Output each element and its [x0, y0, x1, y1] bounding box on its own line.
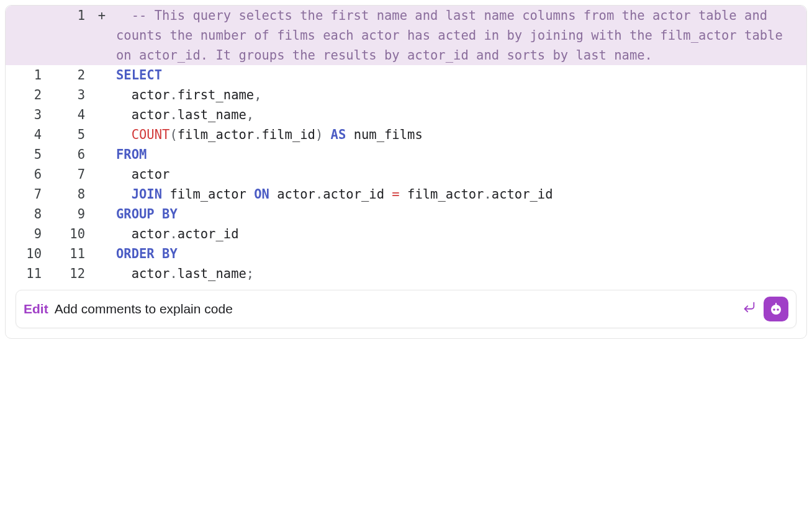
code-line[interactable]: 1112 actor.last_name; [6, 264, 806, 284]
code-content: ORDER BY [116, 244, 806, 264]
edit-input[interactable] [55, 302, 742, 316]
code-content: actor.last_name; [116, 264, 806, 284]
line-number-old: 10 [6, 244, 49, 264]
diff-marker [92, 244, 111, 264]
gutter: 1011 [6, 244, 116, 264]
gutter: 23 [6, 85, 116, 105]
code-content: GROUP BY [116, 204, 806, 224]
svg-point-0 [771, 305, 781, 315]
diff-marker [92, 125, 111, 145]
code-line[interactable]: 34 actor.last_name, [6, 105, 806, 125]
svg-point-1 [773, 308, 775, 311]
code-content: actor.actor_id [116, 224, 806, 244]
line-number-new: 4 [49, 105, 92, 125]
gutter: 910 [6, 224, 116, 244]
diff-marker [92, 145, 111, 164]
line-number-old: 4 [6, 125, 49, 145]
line-number-new: 3 [49, 85, 92, 105]
diff-marker [92, 85, 111, 105]
line-number-new: 8 [49, 184, 92, 204]
line-number-old [6, 6, 49, 25]
line-number-old: 6 [6, 164, 49, 184]
line-number-old: 7 [6, 184, 49, 204]
line-number-old: 9 [6, 224, 49, 244]
gutter: 34 [6, 105, 116, 125]
code-line[interactable]: 67 actor [6, 164, 806, 184]
enter-icon[interactable] [742, 300, 756, 318]
diff-editor: 1+ -- This query selects the first name … [5, 5, 807, 339]
line-number-old: 1 [6, 65, 49, 85]
code-content: SELECT [116, 65, 806, 85]
code-content: actor.first_name, [116, 85, 806, 105]
line-number-new: 12 [49, 264, 92, 284]
diff-marker [92, 164, 111, 184]
edit-bar-actions [742, 297, 788, 321]
code-line[interactable]: 12SELECT [6, 65, 806, 85]
code-line[interactable]: 1+ -- This query selects the first name … [6, 6, 806, 65]
gutter: 12 [6, 65, 116, 85]
code-content: actor.last_name, [116, 105, 806, 125]
line-number-new: 2 [49, 65, 92, 85]
line-number-old: 8 [6, 204, 49, 224]
diff-marker [92, 105, 111, 125]
edit-label: Edit [24, 302, 48, 316]
diff-marker [92, 264, 111, 284]
diff-marker [92, 224, 111, 244]
gutter: 67 [6, 164, 116, 184]
code-content: COUNT(film_actor.film_id) AS num_films [116, 125, 806, 145]
line-number-new: 5 [49, 125, 92, 145]
line-number-old: 5 [6, 145, 49, 164]
line-number-new: 7 [49, 164, 92, 184]
diff-marker [92, 65, 111, 85]
code-line[interactable]: 89GROUP BY [6, 204, 806, 224]
edit-bar: Edit [16, 290, 796, 328]
svg-rect-3 [775, 303, 777, 305]
code-line[interactable]: 23 actor.first_name, [6, 85, 806, 105]
code-line[interactable]: 78 JOIN film_actor ON actor.actor_id = f… [6, 184, 806, 204]
gutter: 89 [6, 204, 116, 224]
code-line[interactable]: 45 COUNT(film_actor.film_id) AS num_film… [6, 125, 806, 145]
code-content: -- This query selects the first name and… [116, 6, 806, 65]
svg-point-2 [777, 308, 779, 311]
line-number-old: 11 [6, 264, 49, 284]
line-number-new: 10 [49, 224, 92, 244]
code-line[interactable]: 1011ORDER BY [6, 244, 806, 264]
gutter: 45 [6, 125, 116, 145]
code-area[interactable]: 1+ -- This query selects the first name … [6, 6, 806, 284]
code-line[interactable]: 56FROM [6, 145, 806, 164]
code-content: FROM [116, 145, 806, 164]
ai-assistant-button[interactable] [764, 297, 788, 321]
line-number-new: 6 [49, 145, 92, 164]
gutter: 56 [6, 145, 116, 164]
line-number-new: 9 [49, 204, 92, 224]
line-number-new: 1 [49, 6, 92, 25]
gutter: 78 [6, 184, 116, 204]
gutter: 1+ [6, 6, 116, 25]
diff-marker [92, 184, 111, 204]
diff-marker: + [92, 6, 111, 25]
line-number-old: 3 [6, 105, 49, 125]
code-content: JOIN film_actor ON actor.actor_id = film… [116, 184, 806, 204]
code-content: actor [116, 164, 806, 184]
line-number-old: 2 [6, 85, 49, 105]
gutter: 1112 [6, 264, 116, 284]
code-line[interactable]: 910 actor.actor_id [6, 224, 806, 244]
line-number-new: 11 [49, 244, 92, 264]
diff-marker [92, 204, 111, 224]
